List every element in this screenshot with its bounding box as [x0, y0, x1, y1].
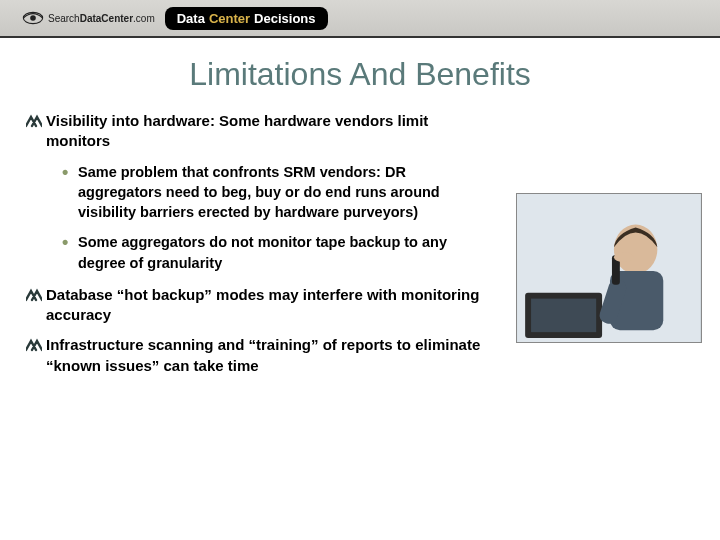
- dot-icon: •: [62, 232, 78, 251]
- eye-icon: [22, 11, 44, 25]
- bullet-item: Visibility into hardware: Some hardware …: [26, 111, 694, 152]
- stock-photo-frustrated-user: [516, 193, 702, 343]
- svg-rect-4: [531, 299, 596, 333]
- chevron-bullet-icon: [26, 114, 42, 128]
- chevron-bullet-icon: [26, 288, 42, 302]
- bullet-text: Visibility into hardware: Some hardware …: [46, 111, 694, 152]
- logo-searchdatacenter: SearchDataCenter.com: [22, 11, 155, 25]
- slide-title: Limitations And Benefits: [0, 56, 720, 93]
- header-bar: SearchDataCenter.com Data Center Decisio…: [0, 0, 720, 38]
- badge-data-center-decisions: Data Center Decisions: [165, 7, 328, 30]
- chevron-bullet-icon: [26, 338, 42, 352]
- dot-icon: •: [62, 162, 78, 181]
- logo-text: SearchDataCenter.com: [48, 13, 155, 24]
- content-area: Visibility into hardware: Some hardware …: [0, 111, 720, 376]
- svg-point-9: [614, 252, 634, 262]
- svg-point-1: [30, 15, 36, 21]
